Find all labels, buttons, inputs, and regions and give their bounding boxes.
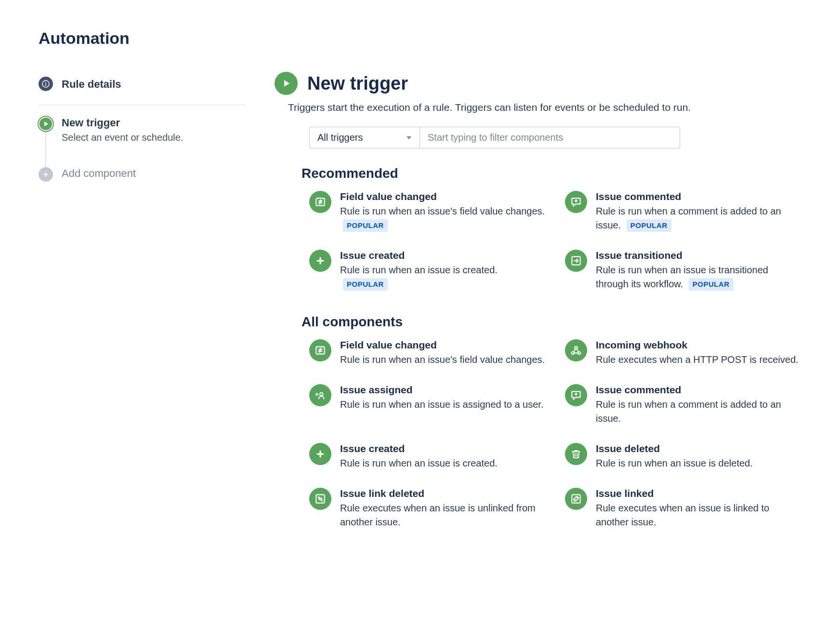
card-description: Rule executes when an issue is unlinked … [340,501,546,529]
link-icon [565,488,587,510]
trigger-card[interactable]: Issue commentedRule is run when a commen… [565,384,801,426]
card-title: Issue link deleted [340,488,546,499]
page-title: Automation [39,29,801,48]
card-description: Rule is run when an issue is assigned to… [340,398,546,412]
card-body: Issue commentedRule is run when a commen… [596,384,801,426]
card-body: Issue deletedRule is run when an issue i… [596,443,801,470]
comment-icon [565,384,587,406]
svg-marker-3 [44,121,48,126]
card-description: Rule executes when a HTTP POST is receiv… [596,353,801,367]
plus-icon [309,250,331,272]
trigger-card[interactable]: Issue createdRule is run when an issue i… [309,443,546,470]
popular-badge: POPULAR [627,219,671,232]
card-title: Issue created [340,250,546,261]
card-title: Incoming webhook [596,339,801,351]
card-body: Issue link deletedRule executes when an … [340,488,546,529]
card-title: Field value changed [340,339,546,351]
trigger-card[interactable]: Field value changedRule is run when an i… [309,339,546,367]
card-body: Issue createdRule is run when an issue i… [340,443,546,470]
trigger-card[interactable]: Issue createdRule is run when an issue i… [309,250,546,291]
play-icon [39,117,53,131]
swap-icon [309,191,331,213]
section-title-all: All components [302,314,801,330]
popular-badge: POPULAR [343,219,388,232]
card-description: Rule is run when an issue is created. PO… [340,263,546,291]
card-body: Issue transitionedRule is run when an is… [596,250,801,291]
card-body: Incoming webhookRule executes when a HTT… [596,339,801,367]
card-title: Issue assigned [340,384,546,396]
sidebar: Rule details New trigger Select an event… [39,72,246,552]
svg-point-16 [320,393,323,396]
popular-badge: POPULAR [689,278,734,291]
card-title: Issue transitioned [596,250,801,261]
trigger-card[interactable]: Issue link deletedRule executes when an … [309,488,546,529]
card-title: Issue created [340,443,546,454]
card-body: Issue linkedRule executes when an issue … [596,488,801,529]
svg-marker-7 [407,136,411,139]
plus-icon [309,443,331,465]
card-description: Rule is run when a comment is added to a… [596,398,801,426]
card-title: Issue commented [596,384,801,396]
trigger-card[interactable]: Incoming webhookRule executes when a HTT… [565,339,801,367]
trigger-card[interactable]: Issue deletedRule is run when an issue i… [565,443,801,470]
select-value: All triggers [317,132,363,143]
trigger-card[interactable]: Issue assignedRule is run when an issue … [309,384,546,426]
main-title: New trigger [307,73,408,94]
card-body: Field value changedRule is run when an i… [340,191,546,232]
svg-rect-2 [45,83,46,86]
unlink-icon [309,488,331,510]
trigger-card[interactable]: Issue transitionedRule is run when an is… [565,250,801,291]
svg-point-1 [45,82,46,83]
plus-icon [39,167,53,182]
card-description: Rule is run when an issue is created. [340,456,546,470]
chevron-down-icon [406,136,412,140]
main-description: Triggers start the execution of a rule. … [288,102,801,113]
svg-rect-20 [572,494,580,503]
card-description: Rule is run when an issue is deleted. [596,456,801,470]
main-content: New trigger Triggers start the execution… [275,72,801,552]
sidebar-item-add-component[interactable]: Add component [39,167,246,180]
sidebar-item-label: Add component [62,167,246,180]
sidebar-item-label: Rule details [62,78,121,91]
svg-rect-10 [316,260,324,261]
swap-icon [309,339,331,361]
card-description: Rule is run when an issue's field value … [340,204,546,232]
svg-rect-5 [43,174,48,175]
card-title: Issue linked [596,488,801,499]
sidebar-item-rule-details[interactable]: Rule details [39,72,246,96]
play-icon [275,72,298,95]
card-title: Issue commented [596,191,801,202]
trash-icon [565,443,587,465]
svg-marker-6 [284,80,289,87]
card-title: Issue deleted [596,443,801,454]
sidebar-item-sublabel: Select an event or schedule. [62,132,246,143]
card-body: Issue createdRule is run when an issue i… [340,250,546,291]
card-title: Field value changed [340,191,546,202]
comment-icon [565,191,587,213]
card-description: Rule is run when a comment is added to a… [596,204,801,232]
sidebar-item-label: New trigger [62,117,246,129]
trigger-card[interactable]: Issue commentedRule is run when a commen… [565,191,801,232]
assign-icon [309,384,331,406]
card-description: Rule executes when an issue is linked to… [596,501,801,529]
card-body: Issue assignedRule is run when an issue … [340,384,546,412]
filter-components-input[interactable] [420,127,680,148]
section-title-recommended: Recommended [302,166,801,181]
trigger-card[interactable]: Issue linkedRule executes when an issue … [565,488,801,529]
info-icon [39,77,53,91]
svg-rect-18 [316,453,324,454]
trigger-card[interactable]: Field value changedRule is run when an i… [309,191,546,232]
trigger-category-select[interactable]: All triggers [309,127,420,148]
card-description: Rule is run when an issue's field value … [340,353,546,367]
card-description: Rule is run when an issue is transitione… [596,263,801,291]
popular-badge: POPULAR [343,278,388,291]
transition-icon [565,250,587,272]
sidebar-item-new-trigger[interactable]: New trigger Select an event or schedule. [39,117,246,143]
card-body: Issue commentedRule is run when a commen… [596,191,801,232]
divider [39,105,246,105]
webhook-icon [565,339,587,361]
card-body: Field value changedRule is run when an i… [340,339,546,367]
